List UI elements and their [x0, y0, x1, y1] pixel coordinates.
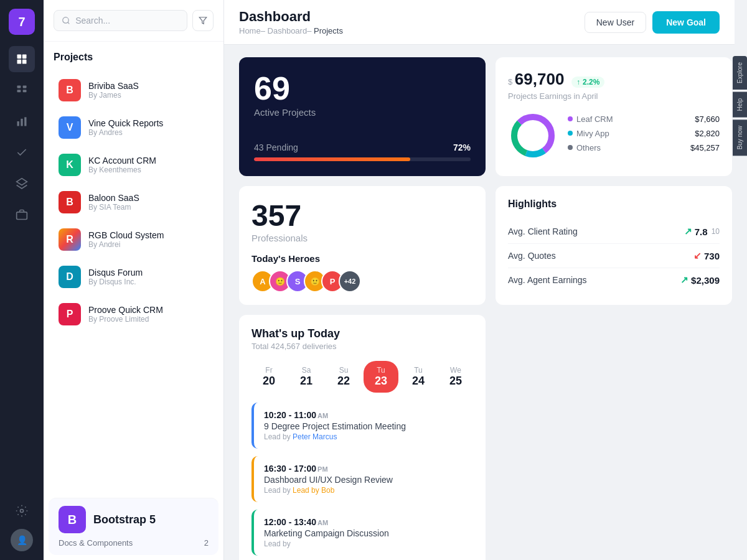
nav-icon-grid[interactable]	[9, 77, 35, 103]
earnings-label: $ 69,700 ↑ 2.2%	[508, 70, 720, 89]
project-info: KC Account CRM By Keenthemes	[88, 156, 209, 174]
left-navigation: 7 👤	[0, 0, 44, 560]
svg-rect-6	[17, 90, 21, 92]
breadcrumb-current: Projects	[314, 26, 343, 35]
bootstrap-card: B Bootstrap 5	[59, 506, 209, 533]
svg-rect-9	[21, 119, 22, 126]
nav-icon-layers[interactable]	[9, 170, 35, 197]
whatsup-title: What's up Today	[251, 327, 473, 340]
progress-label: 43 Pending	[254, 142, 298, 152]
svg-rect-4	[17, 86, 21, 88]
nav-icon-check[interactable]	[9, 139, 35, 166]
project-item[interactable]: B Baloon SaaS By SIA Team	[54, 185, 214, 220]
breadcrumb-dashboard[interactable]: Dashboard–	[268, 26, 312, 35]
breadcrumb: Home– Dashboard– Projects	[239, 26, 343, 35]
search-input-wrap[interactable]	[54, 10, 187, 31]
events-list: 10:20 - 11:00AM 9 Degree Project Estimat…	[251, 403, 473, 556]
page-header: Dashboard Home– Dashboard– Projects New …	[224, 0, 735, 45]
earnings-amount: 69,700	[515, 70, 565, 88]
day-name: Tu	[414, 366, 423, 375]
legend-name: Mivy App	[568, 129, 609, 138]
project-item[interactable]: V Vine Quick Reports By Andres	[54, 110, 214, 145]
nav-icon-briefcase[interactable]	[9, 202, 35, 228]
project-item[interactable]: P Proove Quick CRM By Proove Limited	[54, 297, 214, 332]
event-lead-link[interactable]: Peter Marcus	[293, 432, 337, 441]
nav-icon-settings[interactable]	[9, 498, 35, 524]
project-info: Disqus Forum By Disqus Inc.	[88, 268, 209, 286]
trend-arrow-down: ↙	[693, 250, 702, 261]
earnings-period: Projects Earnings in April	[508, 91, 720, 101]
project-item[interactable]: R RGB Cloud System By Andrei	[54, 222, 214, 257]
project-name: RGB Cloud System	[88, 230, 209, 240]
project-icon: V	[59, 116, 81, 139]
project-item[interactable]: K KC Account CRM By Keenthemes	[54, 147, 214, 182]
project-icon: B	[59, 79, 81, 101]
event-lead: Lead by Peter Marcus	[264, 432, 406, 441]
right-panel: Explore Help Buy now	[735, 0, 747, 560]
nav-icon-chart[interactable]	[9, 108, 35, 134]
nav-user-avatar[interactable]: 7	[9, 9, 35, 35]
event-item: 16:30 - 17:00PM Dashboard UI/UX Design R…	[251, 456, 473, 502]
event-lead: Lead by	[264, 539, 389, 548]
side-tab-explore[interactable]: Explore	[733, 56, 747, 90]
svg-point-14	[63, 17, 68, 23]
svg-rect-1	[22, 55, 27, 59]
svg-rect-10	[24, 117, 26, 126]
svg-rect-12	[17, 212, 27, 220]
filter-button[interactable]	[192, 10, 214, 31]
search-input[interactable]	[75, 16, 179, 26]
day-num: 20	[263, 375, 275, 388]
sidebar-footer: B Bootstrap 5 Docs & Components 2	[49, 498, 218, 555]
highlight-row: Avg. Agent Earnings ↗ $2,309	[508, 268, 720, 292]
header-left: Dashboard Home– Dashboard– Projects	[239, 9, 343, 35]
nav-icon-dashboard[interactable]	[9, 46, 35, 72]
active-projects-label: Active Projects	[254, 107, 471, 118]
project-name: Baloon SaaS	[88, 193, 209, 203]
highlight-value: ↙ 730	[693, 250, 720, 261]
highlight-label: Avg. Quotes	[508, 251, 556, 261]
legend-name: Others	[568, 143, 601, 152]
project-item[interactable]: B Briviba SaaS By James	[54, 73, 214, 108]
project-icon: B	[59, 191, 81, 213]
new-goal-button[interactable]: New Goal	[652, 11, 720, 34]
sidebar-search-area	[44, 0, 223, 42]
event-item: 12:00 - 13:40AM Marketing Campaign Discu…	[251, 510, 473, 556]
new-user-button[interactable]: New User	[585, 12, 646, 33]
main-content: Dashboard Home– Dashboard– Projects New …	[224, 0, 735, 560]
highlight-row: Avg. Client Rating ↗ 7.810	[508, 220, 720, 244]
svg-rect-0	[17, 55, 22, 59]
event-title: Marketing Campaign Discussion	[264, 528, 389, 538]
whatsup-card: What's up Today Total 424,567 deliveries…	[239, 315, 486, 560]
legend-dot	[568, 145, 573, 150]
calendar-days: Fr20Sa21Su22Tu23Tu24We25	[251, 361, 473, 393]
svg-rect-5	[23, 86, 27, 88]
hero-avatar-more: +42	[339, 270, 361, 292]
project-item[interactable]: D Disqus Forum By Disqus Inc.	[54, 259, 214, 294]
project-by: By Andres	[88, 128, 209, 137]
event-title: Dashboard UI/UX Design Review	[264, 475, 393, 485]
calendar-day[interactable]: Tu24	[401, 361, 436, 393]
event-time: 16:30 - 17:00PM	[264, 464, 393, 474]
calendar-day[interactable]: Fr20	[251, 361, 286, 393]
event-details: 16:30 - 17:00PM Dashboard UI/UX Design R…	[264, 464, 393, 495]
side-tab-buy[interactable]: Buy now	[733, 119, 747, 156]
heroes-title: Today's Heroes	[251, 253, 473, 264]
user-profile-avatar[interactable]: 👤	[11, 529, 33, 551]
svg-rect-3	[22, 60, 27, 64]
calendar-day[interactable]: We25	[438, 361, 473, 393]
highlight-row: Avg. Quotes ↙ 730	[508, 244, 720, 268]
side-tab-help[interactable]: Help	[733, 92, 747, 118]
whatsup-subtitle: Total 424,567 deliveries	[251, 342, 473, 351]
professionals-label: Professionals	[251, 233, 473, 243]
day-name: Fr	[265, 366, 272, 375]
calendar-day[interactable]: Su22	[326, 361, 361, 393]
legend-dot	[568, 116, 573, 121]
project-icon: R	[59, 228, 81, 251]
calendar-day[interactable]: Sa21	[289, 361, 324, 393]
project-info: RGB Cloud System By Andrei	[88, 230, 209, 249]
breadcrumb-home[interactable]: Home–	[239, 26, 265, 35]
project-info: Vine Quick Reports By Andres	[88, 118, 209, 137]
docs-link[interactable]: Docs & Components 2	[59, 538, 209, 548]
calendar-day[interactable]: Tu23	[364, 361, 398, 393]
event-lead-link[interactable]: Lead by Bob	[293, 486, 334, 495]
